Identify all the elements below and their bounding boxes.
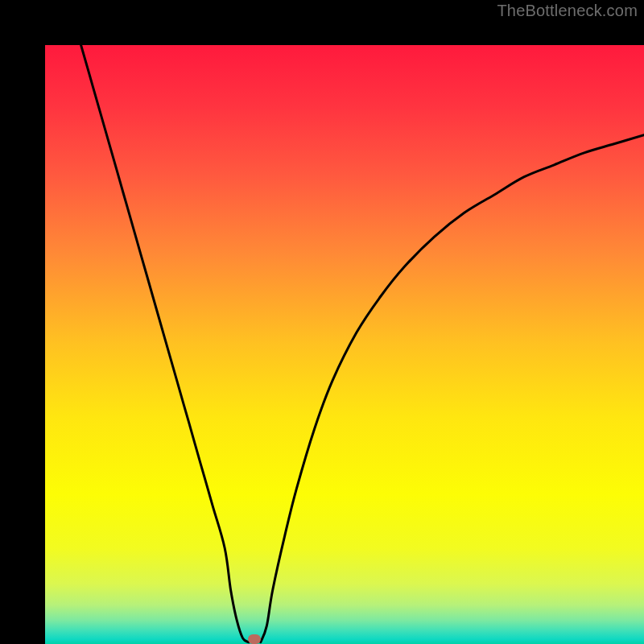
- chart-frame: [0, 0, 644, 644]
- bottleneck-curve: [45, 45, 644, 644]
- watermark-label: TheBottleneck.com: [497, 2, 638, 20]
- optimum-marker-icon: [248, 634, 261, 644]
- plot-area: [45, 45, 644, 644]
- curve-right-branch: [261, 135, 644, 642]
- curve-left-branch: [81, 45, 249, 642]
